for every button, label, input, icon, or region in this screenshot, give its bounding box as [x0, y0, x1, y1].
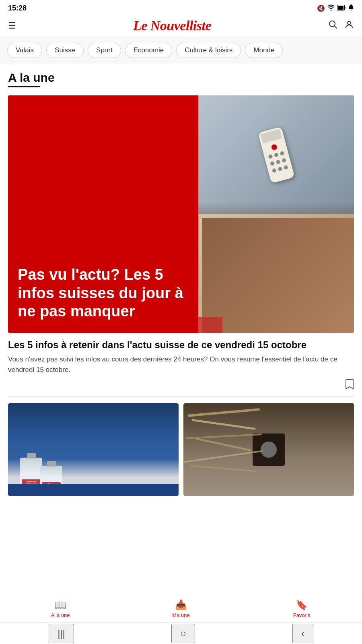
hamburger-menu-icon[interactable]: ☰ [8, 21, 16, 31]
ma-une-icon: 📥 [175, 599, 187, 611]
category-economie[interactable]: Economie [125, 43, 173, 58]
back-button[interactable]: ‹ [292, 624, 313, 643]
home-button[interactable]: ○ [171, 624, 195, 643]
article-card-construction[interactable] [183, 403, 354, 496]
vaccine-photo: ModernaCOVID-19Vaccine PfizerBioNTech [8, 403, 179, 496]
hero-image-text: Pas vu l'actu? Les 5 infos suisses du jo… [18, 266, 189, 321]
system-nav: ||| ○ ‹ [0, 622, 362, 644]
bottom-nav-ma-une[interactable]: 📥 Ma une [165, 599, 197, 618]
category-culture[interactable]: Culture & loisirs [176, 43, 241, 58]
hero-image-food [198, 214, 354, 333]
search-icon[interactable] [328, 20, 338, 32]
svg-rect-1 [338, 6, 343, 10]
hero-image-right [198, 95, 354, 333]
navbar-actions [328, 20, 354, 32]
recents-button[interactable]: ||| [49, 624, 74, 643]
hero-image-left: Pas vu l'actu? Les 5 infos suisses du jo… [8, 95, 198, 333]
section-title: A la une [8, 71, 354, 85]
category-valais[interactable]: Valais [7, 43, 42, 58]
account-icon[interactable] [344, 20, 354, 32]
a-la-une-label: A la une [51, 612, 70, 618]
article-card-vaccine[interactable]: ModernaCOVID-19Vaccine PfizerBioNTech [8, 403, 179, 496]
status-bar: 15:28 🔇 [0, 0, 362, 15]
battery-icon [337, 5, 346, 12]
ma-une-label: Ma une [172, 612, 189, 618]
favoris-icon: 🔖 [296, 599, 308, 611]
notification-icon [348, 4, 354, 12]
status-icons: 🔇 [317, 4, 354, 12]
bottom-nav-a-la-une[interactable]: 📖 A la une [44, 599, 76, 618]
category-monde[interactable]: Monde [245, 43, 283, 58]
category-nav: Valais Suisse Sport Economie Culture & l… [0, 37, 362, 64]
construction-article-image [183, 403, 354, 496]
bottom-nav: 📖 A la une 📥 Ma une 🔖 Favoris [0, 595, 362, 622]
bookmark-icon[interactable] [345, 379, 354, 392]
hero-article-title: Les 5 infos à retenir dans l'actu suisse… [8, 339, 354, 351]
bottom-nav-favoris[interactable]: 🔖 Favoris [286, 599, 318, 618]
svg-point-4 [348, 21, 351, 25]
section-heading: A la une [0, 64, 362, 90]
hero-article-description: Vous n'avez pas suivi les infos au cours… [8, 354, 354, 375]
silent-icon: 🔇 [317, 4, 325, 12]
category-suisse[interactable]: Suisse [46, 43, 84, 58]
section-title-underline [8, 86, 40, 87]
construction-photo [183, 403, 354, 496]
category-sport[interactable]: Sport [88, 43, 121, 58]
hero-article-footer [8, 375, 354, 396]
wifi-icon [327, 4, 335, 12]
hero-image-remote [198, 95, 354, 214]
status-time: 15:28 [8, 4, 27, 12]
a-la-une-icon: 📖 [54, 599, 66, 611]
small-articles-row: ModernaCOVID-19Vaccine PfizerBioNTech [0, 397, 362, 504]
favoris-label: Favoris [293, 612, 311, 618]
hero-article[interactable]: Pas vu l'actu? Les 5 infos suisses du jo… [8, 95, 354, 396]
hero-article-image: Pas vu l'actu? Les 5 infos suisses du jo… [8, 95, 354, 333]
site-logo[interactable]: Le Nouvelliste [133, 18, 211, 33]
navbar: ☰ Le Nouvelliste [0, 15, 362, 37]
vaccine-article-image: ModernaCOVID-19Vaccine PfizerBioNTech [8, 403, 179, 496]
